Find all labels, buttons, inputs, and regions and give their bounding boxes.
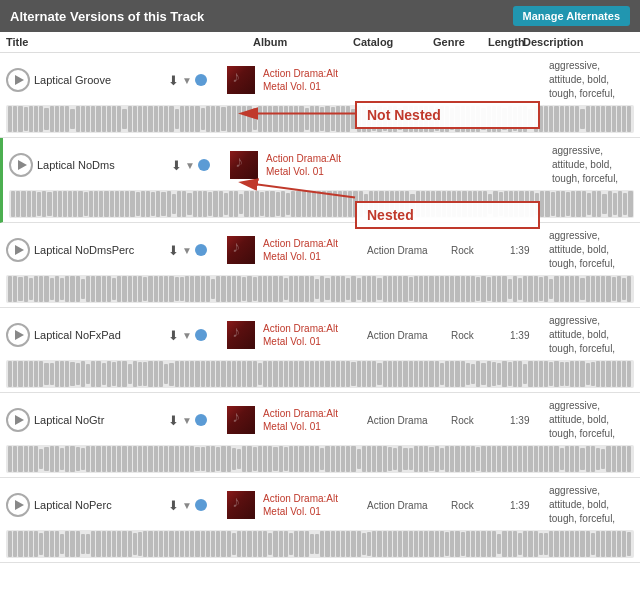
- waveform-bar: [377, 446, 381, 472]
- play-button[interactable]: [6, 408, 30, 432]
- waveform-bar: [224, 193, 228, 214]
- waveform-bar: [367, 361, 371, 387]
- waveform-bar: [195, 531, 199, 557]
- waveform-bar: [307, 191, 311, 217]
- waveform-bar: [377, 531, 381, 557]
- length-value: 1:39: [510, 330, 545, 341]
- waveform-bar: [164, 364, 168, 384]
- waveform-bar: [148, 531, 152, 557]
- waveform-bar: [435, 531, 439, 557]
- waveform-bar: [169, 363, 173, 386]
- waveform-bar: [440, 448, 444, 469]
- waveform-bar: [388, 531, 392, 557]
- waveform-bar: [148, 446, 152, 472]
- waveform-bar: [182, 191, 186, 217]
- waveform-bar: [377, 278, 381, 301]
- waveform-bar: [180, 277, 184, 300]
- waveform-bar: [561, 191, 565, 217]
- waveform-bar: [128, 364, 132, 384]
- waveform-bar: [187, 193, 191, 214]
- waveform-bar: [331, 446, 335, 472]
- waveform-bar: [492, 531, 496, 557]
- waveform-bar: [175, 361, 179, 387]
- waveform-bar: [346, 278, 350, 299]
- dropdown-arrow-icon[interactable]: ▼: [185, 160, 195, 171]
- dropdown-arrow-icon[interactable]: ▼: [182, 245, 192, 256]
- waveform-bar: [286, 193, 290, 215]
- info-circle-icon[interactable]: [195, 74, 207, 86]
- waveform-bar: [47, 192, 51, 216]
- waveform-bar: [117, 361, 121, 387]
- download-icon[interactable]: ⬇: [168, 73, 179, 88]
- info-circle-icon[interactable]: [195, 499, 207, 511]
- waveform-bar: [596, 276, 600, 302]
- play-button[interactable]: [6, 68, 30, 92]
- waveform-bar: [268, 361, 272, 387]
- info-circle-icon[interactable]: [195, 244, 207, 256]
- dropdown-arrow-icon[interactable]: ▼: [182, 500, 192, 511]
- waveform-bar: [76, 447, 80, 471]
- waveform-bar: [276, 192, 280, 216]
- waveform-bar: [612, 446, 616, 472]
- play-button[interactable]: [6, 238, 30, 262]
- waveform-bar: [128, 446, 132, 472]
- waveform-bar: [325, 361, 329, 387]
- waveform-bar: [508, 531, 512, 557]
- waveform-bar: [560, 106, 564, 132]
- download-icon[interactable]: ⬇: [168, 413, 179, 428]
- waveform-bar: [96, 361, 100, 387]
- waveform-bar: [570, 361, 574, 387]
- waveform-bar: [86, 446, 90, 472]
- waveform-bar: [601, 361, 605, 387]
- waveform-bar: [253, 447, 257, 471]
- waveform-bar: [305, 531, 309, 557]
- waveform-bar: [201, 361, 205, 387]
- album-thumbnail: [227, 406, 255, 434]
- play-button[interactable]: [6, 493, 30, 517]
- waveform-bar: [270, 191, 274, 217]
- waveform-bar: [91, 106, 95, 132]
- download-icon[interactable]: ⬇: [171, 158, 182, 173]
- dropdown-arrow-icon[interactable]: ▼: [182, 75, 192, 86]
- dropdown-arrow-icon[interactable]: ▼: [182, 330, 192, 341]
- info-circle-icon[interactable]: [198, 159, 210, 171]
- waveform-bar: [429, 361, 433, 387]
- waveform-bar: [185, 276, 189, 302]
- waveform-bar: [461, 276, 465, 302]
- waveform-bar: [159, 276, 163, 302]
- waveform-bar: [612, 531, 616, 557]
- waveform-bar: [310, 446, 314, 472]
- waveform-bar: [608, 191, 612, 217]
- info-circle-icon[interactable]: [195, 329, 207, 341]
- info-circle-icon[interactable]: [195, 414, 207, 426]
- waveform-bar: [268, 446, 272, 472]
- waveform-bar: [208, 192, 212, 216]
- waveform-bar: [409, 277, 413, 301]
- manage-alternates-button[interactable]: Manage Alternates: [513, 6, 630, 26]
- waveform-bar: [601, 276, 605, 302]
- waveform-bar: [55, 276, 59, 302]
- download-icon[interactable]: ⬇: [168, 498, 179, 513]
- waveform-bar: [169, 446, 173, 472]
- play-button[interactable]: [9, 153, 33, 177]
- waveform-bar: [180, 531, 184, 557]
- play-button[interactable]: [6, 323, 30, 347]
- waveform-bar: [268, 106, 272, 131]
- waveform-bar: [455, 531, 459, 557]
- waveform-bar: [591, 106, 595, 132]
- dropdown-arrow-icon[interactable]: ▼: [182, 415, 192, 426]
- waveform-bar: [70, 446, 74, 472]
- waveform-bar: [44, 447, 48, 471]
- waveform-bar: [133, 533, 137, 556]
- waveform-bar: [466, 531, 470, 557]
- download-icon[interactable]: ⬇: [168, 243, 179, 258]
- waveform-bar: [86, 364, 90, 385]
- waveform-bar: [29, 446, 33, 472]
- waveform-bar: [141, 191, 145, 217]
- waveform-bar: [310, 106, 314, 132]
- download-icon[interactable]: ⬇: [168, 328, 179, 343]
- length-value: 1:39: [510, 415, 545, 426]
- waveform-bar: [481, 531, 485, 557]
- waveform-bar: [315, 361, 319, 387]
- waveform-bar: [159, 106, 163, 132]
